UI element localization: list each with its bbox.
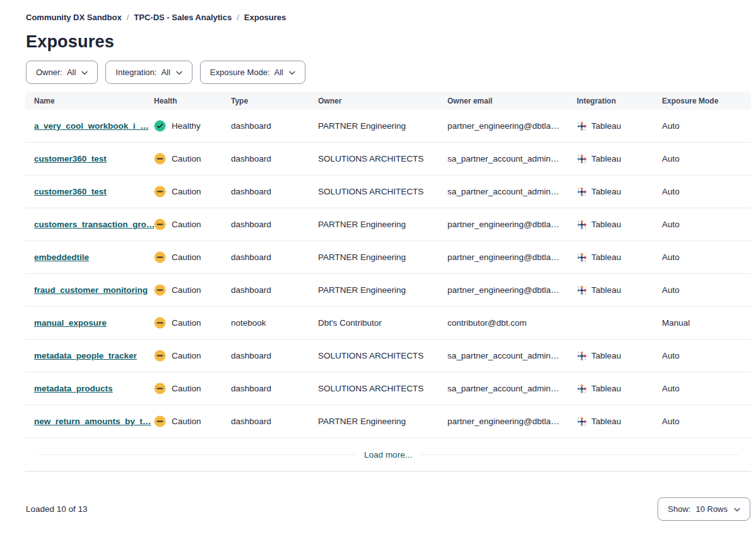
health-cell: Caution (154, 186, 231, 198)
caution-minus-seal-icon (154, 218, 166, 230)
caution-minus-seal-icon (154, 415, 166, 427)
table-row: embeddedtileCautiondashboardPARTNER Engi… (25, 241, 751, 274)
show-value: 10 Rows (695, 504, 728, 514)
tableau-logo-icon (577, 121, 587, 131)
integration-cell: Tableau (577, 121, 662, 131)
filter-label: Exposure Mode: (210, 68, 270, 77)
breadcrumb-separator: / (237, 13, 239, 22)
owner-email-cell: partner_engineering@dbtla… (447, 121, 577, 131)
health-cell: Caution (154, 153, 231, 165)
exposure-name-link[interactable]: customer360_test (34, 187, 107, 196)
health-label: Caution (172, 154, 201, 163)
exposure-name-link[interactable]: a_very_cool_workbook_i_… (34, 121, 149, 131)
owner-cell: PARTNER Engineering (318, 417, 447, 426)
type-cell: dashboard (231, 417, 318, 426)
caution-minus-seal-icon (154, 251, 166, 263)
table-row: new_return_amounts_by_t…Cautiondashboard… (25, 405, 751, 438)
type-cell: dashboard (231, 121, 318, 131)
tableau-logo-icon (577, 252, 587, 263)
caution-minus-seal-icon (154, 153, 166, 165)
breadcrumb-package[interactable]: TPC-DS - Sales Analytics (134, 13, 232, 22)
type-cell: dashboard (231, 384, 318, 393)
exposure-mode-cell: Auto (662, 252, 751, 262)
owner-email-cell: partner_engineering@dbtla… (447, 220, 577, 229)
exposure-name-link[interactable]: metadata_products (34, 384, 113, 393)
exposures-table: Name Health Type Owner Owner email Integ… (0, 92, 756, 472)
exposure-name-link[interactable]: metadata_people_tracker (34, 351, 137, 360)
filter-value: All (275, 68, 283, 77)
integration-label: Tableau (591, 351, 621, 360)
exposure-mode-cell: Auto (662, 154, 751, 163)
tableau-logo-icon (577, 417, 587, 427)
owner-cell: PARTNER Engineering (318, 220, 447, 229)
exposure-mode-cell: Auto (662, 384, 751, 393)
chevron-down-icon (81, 68, 88, 77)
table-row: metadata_people_trackerCautiondashboardS… (25, 340, 751, 372)
chevron-down-icon (289, 68, 295, 77)
show-label: Show: (668, 504, 690, 514)
owner-cell: PARTNER Engineering (318, 285, 447, 295)
exposure-name-link[interactable]: customers_transaction_gro… (34, 220, 154, 229)
health-label: Caution (172, 384, 201, 393)
exposure-name-link[interactable]: manual_exposure (34, 318, 107, 328)
exposure-name-link[interactable]: new_return_amounts_by_t… (34, 417, 151, 426)
integration-label: Tableau (591, 220, 621, 229)
filter-value: All (161, 68, 170, 77)
integration-cell: Tableau (577, 252, 662, 263)
pagination-footer: Loaded 10 of 13 Show: 10 Rows (26, 497, 750, 521)
health-cell: Caution (154, 218, 231, 230)
owner-filter-dropdown[interactable]: Owner: All (26, 61, 98, 84)
chevron-down-icon (176, 68, 182, 77)
column-header-owner: Owner (318, 97, 447, 105)
column-header-exposure-mode: Exposure Mode (662, 97, 751, 105)
integration-cell: Tableau (577, 220, 662, 230)
load-more-link[interactable]: Load more... (356, 450, 420, 460)
filter-bar: Owner: All Integration: All Exposure Mod… (26, 61, 731, 84)
health-label: Caution (172, 318, 201, 328)
health-cell: Caution (154, 284, 231, 296)
caution-minus-seal-icon (154, 317, 166, 329)
exposure-mode-cell: Auto (662, 187, 751, 196)
exposure-mode-cell: Auto (662, 121, 751, 131)
integration-filter-dropdown[interactable]: Integration: All (105, 61, 192, 84)
type-cell: dashboard (231, 252, 318, 262)
integration-cell: Tableau (577, 384, 662, 394)
exposure-name-link[interactable]: embeddedtile (34, 252, 89, 262)
tableau-logo-icon (577, 384, 587, 394)
tableau-logo-icon (577, 285, 587, 295)
health-cell: Caution (154, 350, 231, 362)
column-header-health: Health (154, 97, 231, 105)
health-label: Caution (172, 187, 201, 196)
health-cell: Caution (154, 251, 231, 263)
health-label: Caution (172, 220, 201, 229)
table-body: a_very_cool_workbook_i_…Healthydashboard… (25, 110, 751, 438)
owner-email-cell: partner_engineering@dbtla… (447, 417, 577, 426)
exposure-name-link[interactable]: customer360_test (34, 154, 107, 163)
exposure-mode-filter-dropdown[interactable]: Exposure Mode: All (200, 61, 305, 84)
integration-label: Tableau (591, 187, 621, 196)
owner-cell: PARTNER Engineering (318, 121, 447, 131)
table-row: customers_transaction_gro…Cautiondashboa… (25, 208, 751, 241)
breadcrumb: Community DX Sandbox / TPC-DS - Sales An… (26, 13, 731, 22)
type-cell: dashboard (231, 187, 318, 196)
integration-cell: Tableau (577, 417, 662, 427)
type-cell: dashboard (231, 154, 318, 163)
integration-label: Tableau (591, 121, 621, 131)
breadcrumb-current: Exposures (244, 13, 286, 22)
owner-email-cell: partner_engineering@dbtla… (447, 285, 577, 295)
caution-minus-seal-icon (154, 186, 166, 198)
health-label: Caution (172, 417, 201, 426)
tableau-logo-icon (577, 154, 587, 164)
caution-minus-seal-icon (154, 350, 166, 362)
health-label: Caution (172, 285, 201, 295)
column-header-name: Name (25, 97, 154, 105)
owner-email-cell: sa_partner_account_admin… (447, 154, 577, 163)
owner-email-cell: partner_engineering@dbtla… (447, 252, 577, 262)
show-rows-dropdown[interactable]: Show: 10 Rows (658, 497, 750, 521)
table-row: metadata_productsCautiondashboardSOLUTIO… (25, 372, 751, 405)
type-cell: notebook (231, 318, 318, 328)
page-title: Exposures (26, 32, 731, 52)
exposure-name-link[interactable]: fraud_customer_monitoring (34, 285, 148, 295)
integration-cell: Tableau (577, 187, 662, 197)
breadcrumb-project[interactable]: Community DX Sandbox (26, 13, 122, 22)
